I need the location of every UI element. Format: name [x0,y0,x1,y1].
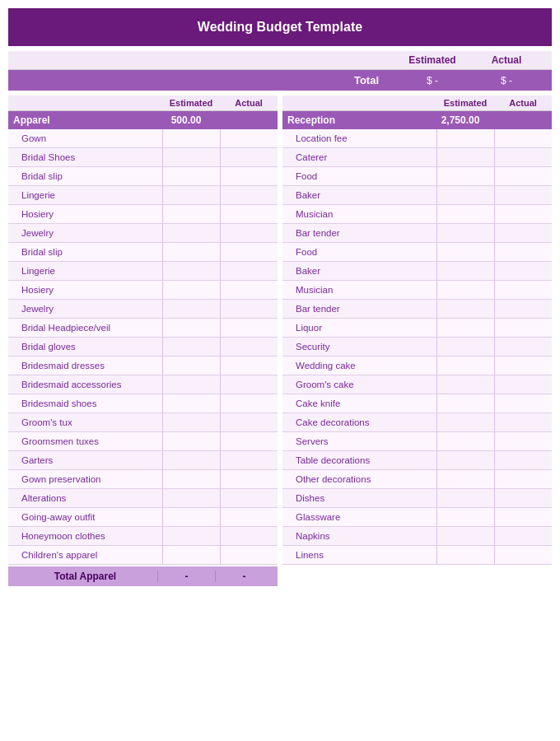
estimated-cell[interactable] [162,508,220,526]
actual-cell[interactable] [220,129,278,147]
actual-cell[interactable] [220,148,278,166]
actual-cell[interactable] [494,394,552,412]
estimated-cell[interactable] [162,489,220,507]
estimated-cell[interactable] [162,319,220,337]
actual-cell[interactable] [494,546,552,564]
estimated-cell[interactable] [162,300,220,318]
estimated-cell[interactable] [162,375,220,394]
estimated-cell[interactable] [436,167,494,185]
actual-cell[interactable] [494,413,552,431]
actual-cell[interactable] [220,262,278,280]
actual-cell[interactable] [494,205,552,223]
estimated-cell[interactable] [162,186,220,204]
actual-cell[interactable] [494,432,552,450]
estimated-header: Estimated [395,54,469,66]
estimated-cell[interactable] [162,394,220,412]
actual-cell[interactable] [494,470,552,488]
actual-cell[interactable] [220,186,278,204]
estimated-cell[interactable] [436,224,494,242]
estimated-cell[interactable] [436,375,494,394]
list-item: Groom's tux [8,416,162,429]
actual-cell[interactable] [220,508,278,526]
estimated-cell[interactable] [162,205,220,223]
estimated-cell[interactable] [162,470,220,488]
estimated-cell[interactable] [162,262,220,280]
estimated-cell[interactable] [436,338,494,356]
actual-cell[interactable] [220,432,278,450]
list-item: Alterations [8,492,162,505]
actual-cell[interactable] [220,205,278,223]
estimated-cell[interactable] [162,432,220,450]
list-item: Lingerie [8,189,162,202]
actual-cell[interactable] [494,300,552,318]
estimated-cell[interactable] [436,489,494,507]
actual-cell[interactable] [220,319,278,337]
table-row: Garters [8,451,278,470]
estimated-cell[interactable] [436,129,494,147]
estimated-cell[interactable] [436,262,494,280]
actual-cell[interactable] [494,357,552,375]
table-row: Bridal gloves [8,338,278,357]
actual-cell[interactable] [220,546,278,564]
actual-cell[interactable] [494,186,552,204]
estimated-cell[interactable] [162,148,220,166]
actual-cell[interactable] [494,319,552,337]
estimated-cell[interactable] [162,451,220,469]
actual-cell[interactable] [220,527,278,545]
actual-cell[interactable] [220,489,278,507]
estimated-cell[interactable] [162,527,220,545]
estimated-cell[interactable] [436,300,494,318]
estimated-cell[interactable] [436,205,494,223]
actual-cell[interactable] [494,375,552,394]
actual-cell[interactable] [220,300,278,318]
estimated-cell[interactable] [162,129,220,147]
estimated-cell[interactable] [162,281,220,299]
estimated-cell[interactable] [162,357,220,375]
actual-cell[interactable] [220,451,278,469]
actual-cell[interactable] [494,224,552,242]
estimated-cell[interactable] [436,432,494,450]
estimated-cell[interactable] [436,413,494,431]
estimated-cell[interactable] [162,167,220,185]
actual-cell[interactable] [494,243,552,261]
actual-cell[interactable] [494,167,552,185]
estimated-cell[interactable] [436,319,494,337]
estimated-cell[interactable] [162,338,220,356]
estimated-cell[interactable] [162,546,220,564]
estimated-cell[interactable] [162,224,220,242]
actual-cell[interactable] [494,262,552,280]
actual-cell[interactable] [494,489,552,507]
actual-cell[interactable] [494,281,552,299]
actual-cell[interactable] [220,281,278,299]
actual-cell[interactable] [494,129,552,147]
actual-cell[interactable] [220,413,278,431]
actual-cell[interactable] [220,470,278,488]
estimated-cell[interactable] [436,148,494,166]
actual-cell[interactable] [220,357,278,375]
estimated-cell[interactable] [436,527,494,545]
actual-cell[interactable] [494,527,552,545]
actual-cell[interactable] [220,338,278,356]
estimated-cell[interactable] [436,186,494,204]
estimated-cell[interactable] [436,508,494,526]
actual-cell[interactable] [220,224,278,242]
estimated-cell[interactable] [436,470,494,488]
estimated-cell[interactable] [436,394,494,412]
estimated-cell[interactable] [436,243,494,261]
estimated-cell[interactable] [436,451,494,469]
estimated-cell[interactable] [162,243,220,261]
list-item: Musician [282,207,436,221]
actual-cell[interactable] [220,243,278,261]
estimated-cell[interactable] [436,357,494,375]
estimated-cell[interactable] [436,281,494,299]
actual-cell[interactable] [220,375,278,394]
table-row: Caterer [282,148,552,167]
actual-cell[interactable] [220,394,278,412]
actual-cell[interactable] [494,148,552,166]
actual-cell[interactable] [220,167,278,185]
actual-cell[interactable] [494,508,552,526]
actual-cell[interactable] [494,451,552,469]
estimated-cell[interactable] [436,546,494,564]
actual-cell[interactable] [494,338,552,356]
estimated-cell[interactable] [162,413,220,431]
